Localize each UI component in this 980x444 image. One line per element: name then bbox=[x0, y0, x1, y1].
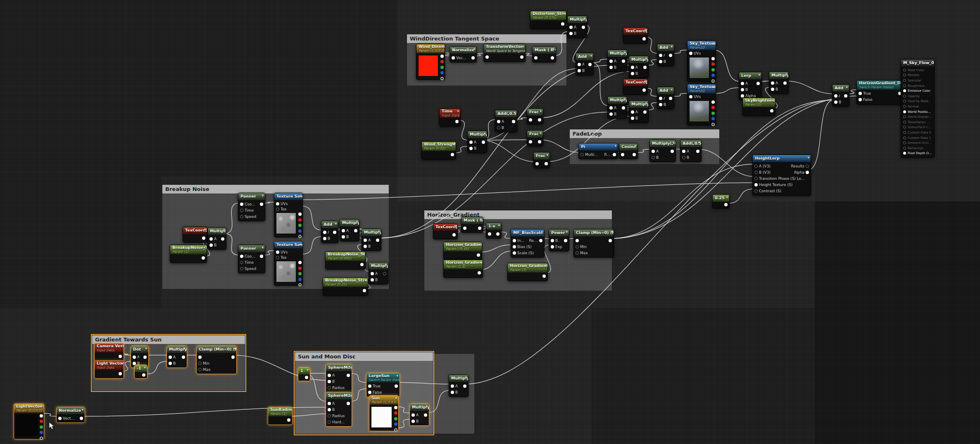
pin-Coordinate[interactable] bbox=[240, 255, 243, 258]
pin-out[interactable] bbox=[451, 153, 454, 156]
chevron-down-icon[interactable]: ▾ bbox=[552, 47, 554, 52]
chevron-down-icon[interactable]: ▾ bbox=[223, 228, 225, 233]
pin-in[interactable] bbox=[903, 84, 906, 87]
chevron-down-icon[interactable]: ▾ bbox=[623, 97, 626, 102]
pin-out[interactable] bbox=[395, 384, 398, 388]
pin-Results[interactable] bbox=[806, 165, 809, 168]
pin-out[interactable] bbox=[298, 235, 302, 238]
pin-out[interactable] bbox=[770, 109, 773, 112]
pin-Alpha[interactable] bbox=[741, 94, 744, 98]
pin-in[interactable] bbox=[903, 69, 906, 72]
chevron-down-icon[interactable]: ▾ bbox=[204, 227, 206, 232]
pin-out[interactable] bbox=[119, 372, 122, 375]
panner-1[interactable]: Panner▾CoordinateTimeSpeed bbox=[238, 193, 265, 221]
pin-in[interactable] bbox=[903, 131, 906, 134]
chevron-down-icon[interactable]: ▾ bbox=[426, 404, 428, 409]
pin-Speed[interactable] bbox=[240, 215, 243, 218]
pin-out[interactable] bbox=[711, 112, 715, 115]
pin-out[interactable] bbox=[394, 411, 397, 415]
chevron-down-icon[interactable]: ▾ bbox=[203, 246, 205, 250]
normalize-1[interactable]: Normalize▾VectorInput bbox=[450, 46, 477, 62]
multiply-9[interactable]: Multiply▾AB bbox=[340, 219, 359, 241]
pin-out[interactable] bbox=[394, 417, 397, 420]
pin-out[interactable] bbox=[221, 237, 224, 241]
pin-A[interactable] bbox=[412, 413, 415, 417]
spheremask-2[interactable]: SphereMask▾ABRadiusHardness bbox=[326, 392, 352, 427]
skybrightness[interactable]: SkyBrightnessParam (1)▾ bbox=[742, 98, 775, 116]
horizongradient-debug[interactable]: HorizonGradient_DebugSwitch Param (False… bbox=[856, 80, 904, 105]
pin-VectorInput[interactable] bbox=[58, 417, 62, 420]
chevron-down-icon[interactable]: ▾ bbox=[807, 155, 809, 160]
pin-Exp[interactable] bbox=[551, 245, 554, 248]
pin-A[interactable] bbox=[771, 81, 774, 85]
pin-out[interactable] bbox=[40, 437, 43, 440]
multiply-7[interactable]: Multiply▾AB bbox=[467, 131, 487, 153]
pin-B[interactable] bbox=[323, 237, 326, 240]
chevron-down-icon[interactable]: ▾ bbox=[40, 404, 43, 409]
texcoord-1[interactable]: TexCoord[0]▾ bbox=[623, 27, 648, 43]
pin-in[interactable] bbox=[621, 153, 624, 156]
multiply-8[interactable]: Multiply▾AB bbox=[207, 227, 226, 250]
pin-Scale (S)[interactable] bbox=[513, 251, 516, 255]
pin-out[interactable] bbox=[669, 97, 672, 100]
texture-sample-2[interactable]: Texture Sample▴UVsTex bbox=[274, 241, 303, 286]
pin-in[interactable] bbox=[903, 126, 906, 129]
add-05-2[interactable]: Add(,0.5)▾AB bbox=[680, 140, 702, 162]
camera-vector[interactable]: Camera VectorInput Data▾ bbox=[94, 343, 124, 361]
pin-Base[interactable] bbox=[551, 239, 554, 242]
pin-in[interactable] bbox=[903, 152, 906, 155]
pin-in[interactable] bbox=[903, 74, 906, 76]
pin-False[interactable] bbox=[368, 391, 371, 394]
multiply-2[interactable]: Multiply▾AB bbox=[607, 50, 627, 72]
pin-Min[interactable] bbox=[576, 245, 579, 248]
pin-out[interactable] bbox=[844, 94, 847, 98]
pin-A[interactable] bbox=[569, 26, 573, 29]
pin-out[interactable] bbox=[622, 60, 625, 63]
pin-out[interactable] bbox=[711, 74, 715, 77]
chevron-down-icon[interactable]: ▾ bbox=[465, 375, 467, 380]
pin-B[interactable] bbox=[609, 66, 613, 69]
chevron-down-icon[interactable]: ▾ bbox=[441, 45, 443, 49]
texcoord-2[interactable]: TexCoord[0]▾ bbox=[623, 79, 648, 95]
sky-texture-2[interactable]: Sky_TextureParam2D▴UVs bbox=[687, 84, 716, 125]
sun-and-moon-disc-comment-title[interactable]: Sun and Moon Disc bbox=[295, 352, 433, 361]
pin-Coordinate[interactable] bbox=[240, 203, 243, 206]
pin-out[interactable] bbox=[582, 26, 585, 29]
multiply-3[interactable]: Multiply▾AB bbox=[629, 56, 649, 78]
pin-in[interactable] bbox=[488, 232, 491, 236]
pin-Time[interactable] bbox=[240, 261, 243, 264]
chevron-down-icon[interactable]: ▾ bbox=[546, 153, 548, 158]
chevron-down-icon[interactable]: ▾ bbox=[846, 85, 848, 90]
pin-Speed[interactable] bbox=[240, 267, 243, 270]
horizon-gradientbias[interactable]: Horizon_GradientBiasParam (-0.35)▾ bbox=[443, 242, 482, 260]
pin-A[interactable] bbox=[741, 82, 744, 85]
pin-out[interactable] bbox=[482, 141, 485, 144]
pin-B[interactable] bbox=[328, 408, 331, 411]
sunradius[interactable]: SunRadiusParam (1)▾ bbox=[268, 407, 293, 425]
normalize-2[interactable]: Normalize▾VectorInput bbox=[56, 407, 85, 423]
light-vector[interactable]: Light VectorInput Data▾ bbox=[94, 360, 124, 379]
pin-out[interactable] bbox=[643, 110, 647, 114]
pin-out[interactable] bbox=[383, 272, 386, 275]
pin-out[interactable] bbox=[298, 218, 302, 222]
sky-texture-1[interactable]: Sky_TextureParam2D▴UVs bbox=[687, 41, 716, 82]
pin-out[interactable] bbox=[564, 239, 567, 242]
pin-out[interactable] bbox=[669, 54, 672, 57]
chevron-down-icon[interactable]: ▾ bbox=[540, 131, 542, 136]
pin-out[interactable] bbox=[478, 271, 481, 275]
pin-out[interactable] bbox=[561, 22, 564, 26]
mask-g[interactable]: Mask ( G )▾ bbox=[461, 217, 483, 233]
pin-A[interactable] bbox=[364, 239, 367, 242]
chevron-down-icon[interactable]: ▾ bbox=[785, 72, 787, 77]
pin-out[interactable] bbox=[463, 384, 466, 388]
pin-in[interactable] bbox=[903, 105, 906, 108]
pin-Max[interactable] bbox=[576, 251, 579, 255]
cosine-1[interactable]: Cosine▾ bbox=[619, 143, 638, 159]
pin-B[interactable] bbox=[169, 362, 172, 365]
pin-B[interactable] bbox=[631, 117, 634, 120]
pin-in[interactable] bbox=[198, 356, 202, 359]
chevron-down-icon[interactable]: ▾ bbox=[473, 47, 475, 52]
chevron-down-icon[interactable]: ▾ bbox=[307, 368, 309, 372]
pin-A[interactable] bbox=[469, 141, 473, 144]
pin-in[interactable] bbox=[903, 136, 906, 139]
